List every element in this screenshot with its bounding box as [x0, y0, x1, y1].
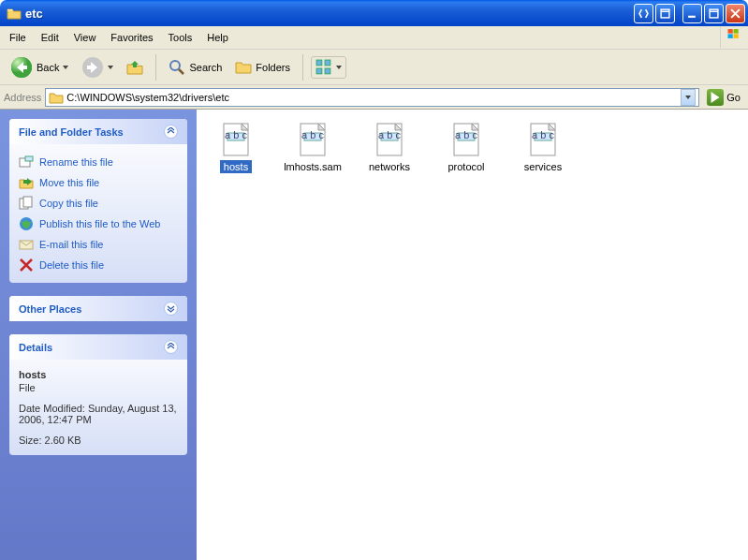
task-move[interactable]: Move this file — [19, 172, 178, 193]
svg-text:a b c: a b c — [378, 129, 401, 140]
task-email[interactable]: E-mail this file — [19, 234, 178, 255]
chevron-down-icon — [336, 66, 342, 69]
globe-icon — [19, 216, 34, 231]
svg-rect-14 — [23, 197, 32, 207]
details-filetype: File — [19, 382, 178, 393]
folder-icon — [7, 6, 22, 21]
file-folder-tasks-panel: File and Folder Tasks Rename this file M… — [9, 119, 187, 283]
file-item-services[interactable]: a b c services — [507, 119, 579, 173]
svg-rect-2 — [710, 9, 718, 18]
chevron-down-icon — [108, 66, 113, 69]
minimize-button[interactable] — [682, 4, 702, 23]
search-label: Search — [189, 62, 222, 73]
folder-icon — [49, 90, 64, 105]
file-icon: a b c — [298, 123, 328, 156]
delete-icon — [19, 258, 34, 273]
file-icon: a b c — [221, 123, 251, 156]
address-dropdown[interactable] — [681, 89, 696, 106]
email-icon — [19, 237, 34, 252]
fullscreen-right-button[interactable] — [655, 4, 675, 23]
menu-file[interactable]: File — [2, 29, 34, 46]
up-button[interactable] — [122, 56, 148, 79]
file-item-protocol[interactable]: a b c protocol — [431, 119, 502, 173]
folders-button[interactable]: Folders — [230, 56, 295, 79]
rename-icon — [19, 155, 34, 169]
maximize-button[interactable] — [704, 4, 724, 23]
views-button[interactable] — [311, 56, 346, 79]
close-button[interactable] — [726, 4, 745, 23]
file-label: services — [521, 160, 565, 173]
task-copy[interactable]: Copy this file — [19, 193, 178, 214]
windows-flag-icon — [720, 27, 741, 48]
search-icon — [169, 59, 185, 76]
file-label: networks — [365, 160, 414, 173]
views-icon — [315, 59, 332, 76]
move-icon — [19, 175, 34, 190]
task-delete[interactable]: Delete this file — [19, 255, 178, 275]
copy-icon — [19, 196, 34, 211]
sidebar: File and Folder Tasks Rename this file M… — [0, 110, 197, 560]
up-icon — [126, 59, 143, 76]
fullscreen-left-button[interactable] — [634, 4, 653, 23]
file-icon: a b c — [374, 123, 404, 156]
back-label: Back — [37, 62, 59, 73]
window-title: etc — [25, 7, 43, 21]
toolbar: Back Search Folders — [0, 50, 748, 85]
svg-rect-0 — [661, 9, 669, 18]
go-icon — [707, 89, 724, 106]
fft-header[interactable]: File and Folder Tasks — [9, 119, 187, 144]
fft-title: File and Folder Tasks — [19, 126, 124, 138]
chevron-down-icon — [685, 96, 691, 99]
chevron-down-icon — [63, 66, 68, 69]
file-list[interactable]: a b c hosts a b c lmhosts.sam a b c netw… — [197, 110, 748, 560]
file-icon: a b c — [528, 123, 558, 156]
file-label: hosts — [220, 160, 252, 173]
menu-help[interactable]: Help — [199, 29, 236, 46]
svg-rect-7 — [316, 60, 322, 66]
details-title: Details — [19, 342, 52, 353]
details-panel: Details hosts File Date Modified: Sunday… — [9, 334, 187, 455]
svg-text:a b c: a b c — [225, 129, 247, 140]
file-label: lmhosts.sam — [280, 160, 345, 173]
search-button[interactable]: Search — [164, 56, 227, 79]
back-button[interactable]: Back — [6, 53, 73, 81]
file-label: protocol — [444, 160, 488, 173]
task-publish[interactable]: Publish this file to the Web — [19, 214, 178, 234]
menu-tools[interactable]: Tools — [161, 29, 200, 46]
svg-rect-1 — [688, 15, 696, 17]
chevron-up-icon — [164, 340, 178, 354]
svg-rect-12 — [25, 156, 33, 161]
details-modified: Date Modified: Sunday, August 13, 2006, … — [19, 403, 178, 425]
forward-button[interactable] — [77, 53, 118, 81]
svg-rect-9 — [316, 68, 322, 74]
details-header[interactable]: Details — [9, 334, 187, 360]
file-item-hosts[interactable]: a b c hosts — [200, 119, 271, 173]
svg-rect-8 — [325, 60, 330, 66]
menu-favorites[interactable]: Favorites — [103, 29, 160, 46]
svg-text:a b c: a b c — [455, 129, 477, 140]
svg-text:a b c: a b c — [532, 129, 554, 140]
menu-edit[interactable]: Edit — [34, 29, 66, 46]
svg-point-6 — [170, 61, 180, 70]
other-places-header[interactable]: Other Places — [9, 296, 187, 321]
go-button[interactable]: Go — [703, 87, 744, 108]
address-label: Address — [4, 92, 41, 103]
chevron-down-icon — [164, 302, 178, 316]
svg-rect-10 — [325, 68, 330, 74]
chevron-up-icon — [164, 125, 178, 139]
menu-view[interactable]: View — [66, 29, 104, 46]
folders-label: Folders — [256, 62, 290, 73]
address-input[interactable] — [66, 92, 678, 103]
other-places-panel: Other Places — [9, 296, 187, 321]
forward-icon — [81, 56, 104, 79]
other-places-title: Other Places — [19, 303, 81, 315]
file-icon: a b c — [451, 123, 481, 156]
file-item-networks[interactable]: a b c networks — [354, 119, 425, 173]
details-size: Size: 2.60 KB — [19, 435, 178, 446]
folders-icon — [235, 59, 252, 76]
go-label: Go — [726, 92, 741, 103]
file-item-lmhosts[interactable]: a b c lmhosts.sam — [277, 119, 348, 173]
address-bar: Address Go — [0, 85, 748, 110]
task-rename[interactable]: Rename this file — [19, 152, 178, 172]
address-box[interactable] — [45, 88, 699, 107]
